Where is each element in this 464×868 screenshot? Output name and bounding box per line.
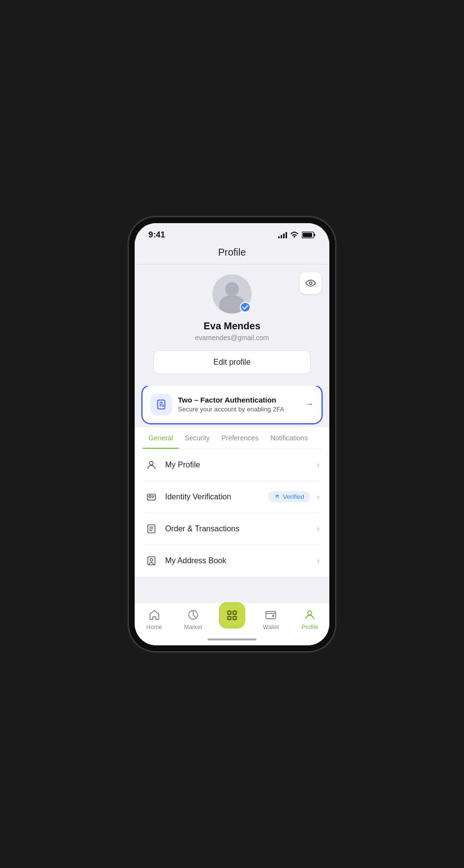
- menu-item-address[interactable]: My Address Book ›: [145, 545, 319, 577]
- tab-preferences[interactable]: Preferences: [215, 427, 264, 449]
- status-icons: [278, 231, 316, 238]
- profile-nav-icon: [303, 608, 317, 622]
- svg-rect-16: [233, 616, 236, 620]
- eye-icon: [305, 279, 316, 287]
- status-time: 9:41: [148, 230, 165, 240]
- status-bar: 9:41: [135, 223, 329, 243]
- tfa-subtitle: Secure your account by enabling 2FA: [178, 405, 299, 413]
- eye-button[interactable]: [300, 272, 321, 294]
- svg-rect-13: [228, 611, 231, 614]
- svg-rect-2: [303, 232, 312, 237]
- verified-badge-label: Verified: [268, 491, 310, 502]
- svg-point-3: [309, 282, 312, 284]
- tabs-row: General Security Preferences Notificatio…: [143, 427, 321, 449]
- nav-label-home: Home: [146, 624, 162, 631]
- svg-rect-17: [266, 611, 276, 619]
- tfa-title: Two – Factor Authentication: [178, 396, 299, 404]
- tab-general[interactable]: General: [143, 427, 179, 449]
- market-icon: [186, 608, 200, 622]
- verified-badge: [240, 302, 251, 313]
- nav-label-profile: Profile: [301, 624, 318, 631]
- menu-item-identity[interactable]: Identity Verification Verified ›: [145, 481, 319, 513]
- svg-rect-10: [148, 556, 155, 565]
- svg-point-19: [308, 611, 312, 615]
- nav-label-market: Market: [184, 624, 202, 631]
- tab-security[interactable]: Security: [179, 427, 216, 449]
- orders-icon: [145, 522, 158, 536]
- profile-section: Eva Mendes evamendes@gmail.com Edit prof…: [135, 264, 329, 386]
- phone-frame: 9:41 Profile: [129, 217, 335, 651]
- home-icon: [147, 608, 161, 622]
- svg-point-6: [149, 461, 153, 464]
- menu-item-orders[interactable]: Order & Transactions ›: [145, 513, 319, 545]
- center-grid-button[interactable]: [219, 602, 245, 629]
- id-icon: [145, 490, 158, 504]
- scroll-content[interactable]: Eva Mendes evamendes@gmail.com Edit prof…: [135, 264, 329, 603]
- wallet-icon: [264, 608, 278, 622]
- chevron-right-icon-address: ›: [317, 556, 319, 565]
- wifi-icon: [290, 231, 299, 238]
- battery-icon: [302, 231, 316, 238]
- home-indicator: [135, 634, 329, 645]
- svg-rect-15: [228, 616, 231, 620]
- nav-item-home[interactable]: Home: [135, 608, 174, 631]
- nav-item-center[interactable]: [212, 610, 251, 629]
- tab-notifications[interactable]: Notifications: [264, 427, 314, 449]
- profile-email: evamendes@gmail.com: [195, 334, 269, 342]
- profile-name: Eva Mendes: [203, 320, 261, 332]
- chevron-right-icon: ›: [317, 461, 319, 469]
- menu-item-my-profile[interactable]: My Profile ›: [145, 449, 319, 481]
- chevron-right-icon-orders: ›: [317, 524, 319, 533]
- svg-rect-14: [233, 611, 236, 614]
- grid-icon: [226, 609, 238, 622]
- svg-point-8: [149, 495, 151, 497]
- menu-label-address: My Address Book: [165, 556, 310, 565]
- bottom-nav: Home Market: [135, 603, 329, 634]
- menu-label-my-profile: My Profile: [165, 461, 310, 469]
- avatar-container: [212, 274, 252, 314]
- nav-item-wallet[interactable]: Wallet: [252, 608, 290, 631]
- svg-point-11: [150, 558, 153, 561]
- tfa-banner[interactable]: Two – Factor Authentication Secure your …: [143, 386, 321, 423]
- nav-item-market[interactable]: Market: [174, 608, 212, 631]
- phone-screen: 9:41 Profile: [135, 223, 329, 645]
- tfa-arrow-icon: →: [305, 399, 314, 409]
- signal-bars-icon: [278, 231, 287, 238]
- nav-item-profile[interactable]: Profile: [290, 608, 329, 631]
- tfa-text: Two – Factor Authentication Secure your …: [178, 396, 299, 413]
- svg-point-18: [273, 615, 274, 616]
- page-title: Profile: [145, 247, 319, 258]
- address-icon: [145, 554, 158, 568]
- page-title-section: Profile: [135, 243, 329, 264]
- tabs-section: General Security Preferences Notificatio…: [135, 427, 329, 449]
- chevron-right-icon-identity: ›: [317, 492, 319, 501]
- svg-rect-1: [314, 233, 316, 236]
- person-icon: [145, 458, 158, 472]
- tfa-icon: [156, 399, 167, 410]
- svg-point-5: [163, 405, 164, 406]
- menu-label-orders: Order & Transactions: [165, 524, 310, 533]
- menu-section: My Profile › Identity Verification: [135, 449, 329, 577]
- tfa-icon-wrap: [150, 394, 172, 415]
- edit-profile-button[interactable]: Edit profile: [153, 350, 311, 374]
- menu-label-identity: Identity Verification: [165, 492, 261, 501]
- nav-label-wallet: Wallet: [263, 624, 279, 631]
